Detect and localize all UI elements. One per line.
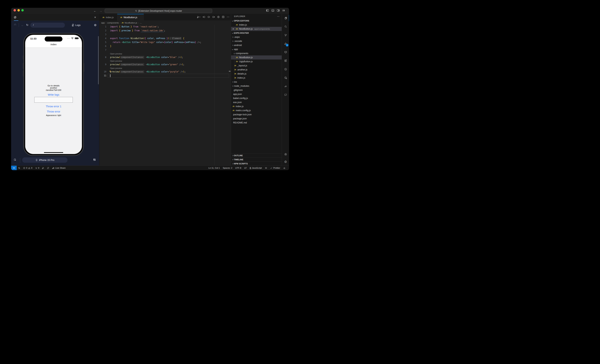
status-remote[interactable]: ><: [11, 166, 17, 170]
tree-item-.gitignore[interactable]: .gitignore: [231, 88, 282, 92]
open-editor-NiceButton.js[interactable]: ✕ JSNiceButton.jsapp/components: [231, 27, 282, 31]
panel-scrollbar[interactable]: [98, 36, 99, 84]
status-encoding[interactable]: UTF-8: [234, 166, 243, 170]
throw-error-button[interactable]: Throw error: [25, 110, 82, 113]
another-id-link[interactable]: /another?id=100: [25, 89, 82, 91]
device-selector[interactable]: iPhone 15 Pro: [22, 157, 67, 163]
tree-item-android[interactable]: android: [231, 43, 282, 47]
activity-explorer-icon[interactable]: [282, 14, 289, 22]
tree-item-eas.json[interactable]: eas.json: [231, 100, 282, 104]
project-section-header[interactable]: EXPO-ROUTER: [231, 31, 282, 35]
status-indentation[interactable]: Spaces: 2: [221, 166, 234, 170]
activity-graph-search-icon[interactable]: [282, 74, 289, 81]
select-device-screen-icon[interactable]: [14, 159, 17, 162]
tree-item-UglyButton.js[interactable]: JSUglyButton.js: [231, 59, 282, 64]
history-back-icon[interactable]: ←: [94, 9, 96, 12]
code-line-2[interactable]: 2 import { preview } from 'react-native-…: [100, 29, 231, 33]
layout-custom-icon[interactable]: [282, 9, 285, 13]
tree-item-babel.config.js[interactable]: babel.config.js: [231, 96, 282, 100]
activity-share-icon[interactable]: [282, 83, 289, 90]
section-TIMELINE[interactable]: TIMELINE: [231, 157, 282, 161]
activity-source-control-icon[interactable]: [282, 31, 289, 39]
breadcrumb-item[interactable]: app: [101, 22, 105, 24]
status-debug[interactable]: [41, 166, 46, 170]
reload-icon[interactable]: ↻: [26, 23, 28, 27]
breadcrumb-item[interactable]: JSNiceButton.js: [121, 22, 137, 24]
activity-account-icon[interactable]: [282, 150, 289, 158]
status-sync[interactable]: [46, 166, 51, 170]
status-eol[interactable]: LF: [243, 166, 248, 170]
minimize-window-button[interactable]: [18, 9, 20, 11]
code-editor[interactable]: 1 import { Button } from 'react-native';…: [100, 25, 231, 166]
tab-index.js[interactable]: JS index.js: [100, 14, 117, 21]
tab-NiceButton.js[interactable]: JS NiceButton.js: [117, 14, 144, 21]
breadcrumb-item[interactable]: components: [107, 22, 119, 24]
breadcrumb-item[interactable]: …: [140, 22, 142, 24]
code-line-3[interactable]: 3: [100, 33, 231, 37]
activity-comments-icon[interactable]: [282, 91, 289, 98]
nav-forward-icon[interactable]: [212, 16, 215, 19]
quick-fix-lightbulb-icon[interactable]: ✦: [109, 69, 111, 73]
status-ports[interactable]: 0: [34, 166, 41, 170]
logs-button[interactable]: Logs: [72, 24, 81, 27]
tree-item-NiceButton.js[interactable]: JSNiceButton.js: [231, 56, 282, 59]
breadcrumb[interactable]: app›components›JSNiceButton.js›…: [100, 21, 231, 25]
tree-item-package.json[interactable]: package.json: [231, 117, 282, 121]
activity-run-debug-icon[interactable]: 1: [282, 40, 289, 47]
code-lens-open-preview[interactable]: Open preview: [100, 59, 231, 63]
run-dropdown-icon[interactable]: [197, 16, 200, 19]
code-line-10[interactable]: 10 ✦ preview(componentInstance: <NiceBut…: [100, 70, 231, 74]
radon-ide-tab[interactable]: [12, 14, 18, 21]
code-lens-open-preview[interactable]: Open preview: [100, 52, 231, 56]
element-inspector-icon[interactable]: [14, 23, 17, 27]
code-line-6[interactable]: 6 }: [100, 44, 231, 48]
tree-item-another.js[interactable]: JSanother.js: [231, 68, 282, 72]
tree-item-README.md[interactable]: README.md: [231, 121, 282, 125]
write-logs-button[interactable]: Write logs: [25, 93, 82, 96]
go-to-details-link[interactable]: Go to details: [25, 84, 82, 87]
tree-item-ios[interactable]: ios: [231, 80, 282, 84]
code-line-8[interactable]: 8 preview(componentInstance: <NiceButton…: [100, 56, 231, 59]
code-line-5[interactable]: 5 return <Button title="Write logs" colo…: [100, 40, 231, 44]
code-line-7[interactable]: 7: [100, 48, 231, 52]
another-link[interactable]: another: [25, 87, 82, 89]
section-OUTLINE[interactable]: OUTLINE: [231, 153, 282, 157]
text-input[interactable]: [34, 97, 73, 103]
activity-remote-explorer-icon[interactable]: [282, 48, 289, 56]
history-forward-icon[interactable]: →: [99, 9, 102, 12]
activity-commit-graph-icon[interactable]: [282, 65, 289, 73]
open-editors-header[interactable]: OPEN EDITORS: [231, 19, 282, 23]
activity-extensions-icon[interactable]: [282, 57, 289, 64]
status-notifications[interactable]: [282, 166, 287, 170]
tree-item-metro.config.js[interactable]: JSmetro.config.js: [231, 108, 282, 112]
explorer-more-actions-icon[interactable]: ⋯: [277, 15, 280, 18]
code-line-4[interactable]: 4 export function NiceButton({ color, on…: [100, 37, 231, 40]
tree-item-details.js[interactable]: JSdetails.js: [231, 72, 282, 76]
code-line-1[interactable]: 1 import { Button } from 'react-native';: [100, 25, 231, 29]
tree-item-index.js[interactable]: JSindex.js: [231, 104, 282, 108]
section-NPM SCRIPTS[interactable]: NPM SCRIPTS: [231, 161, 282, 166]
status-cursor-position[interactable]: Ln 11, Col 1: [207, 166, 221, 170]
command-center[interactable]: [Extension Development Host] expo-router: [105, 9, 212, 13]
panel-bottom-icon[interactable]: [272, 9, 274, 13]
open-editor-index.js[interactable]: JSindex.js: [231, 23, 282, 27]
panel-left-icon[interactable]: [266, 9, 269, 13]
panel-right-icon[interactable]: [277, 9, 280, 13]
nav-back-icon[interactable]: ←: [21, 24, 24, 27]
maximize-window-button[interactable]: [21, 9, 24, 11]
status-live-share[interactable]: Live Share: [51, 166, 67, 170]
status-language[interactable]: {} JavaScript: [248, 166, 263, 170]
status-copilot[interactable]: [263, 166, 269, 170]
split-icon[interactable]: [222, 16, 225, 19]
tree-item-components[interactable]: components: [231, 51, 282, 56]
close-panel-icon[interactable]: ✕: [94, 14, 96, 21]
phone-screen[interactable]: 11:33 •••• index Go to details another /…: [25, 35, 82, 154]
nav-dot-icon[interactable]: [207, 16, 210, 19]
status-problems[interactable]: 0 0: [22, 166, 34, 170]
code-lens-open-preview[interactable]: Open preview: [100, 66, 231, 70]
url-bar[interactable]: /: [30, 23, 65, 28]
tree-item-.expo[interactable]: .expo: [231, 35, 282, 39]
more-icon[interactable]: [227, 16, 229, 19]
activity-search-icon[interactable]: [282, 23, 289, 30]
throw-error-1-button[interactable]: Throw error 1: [25, 105, 82, 108]
